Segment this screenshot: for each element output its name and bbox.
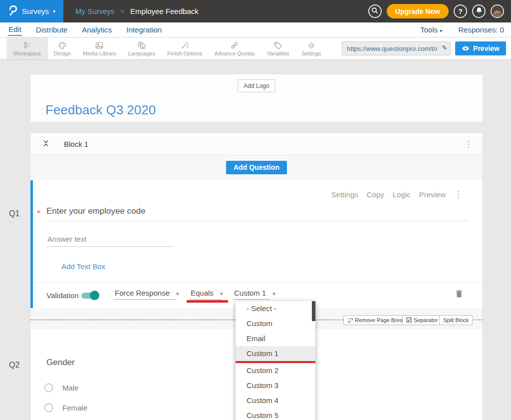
palette-icon: [58, 41, 67, 50]
workspace-icon: [22, 41, 31, 50]
force-response-select[interactable]: Force Response▾: [114, 289, 176, 300]
topbar: Surveys ▾ My Surveys > Employee Feedback…: [0, 0, 511, 22]
radio-option-male[interactable]: Male: [44, 384, 79, 392]
checked-checkbox-icon: [406, 317, 412, 324]
toolbar-right: ✎ Preview: [342, 37, 511, 59]
toggle-knob: [90, 291, 99, 300]
search-button[interactable]: [368, 4, 382, 18]
answer-text-input[interactable]: [46, 233, 174, 247]
dropdown-option-email[interactable]: Email: [236, 331, 315, 346]
breadcrumb-separator: >: [120, 7, 124, 15]
radio-option-female[interactable]: Female: [44, 404, 87, 412]
question-2-text[interactable]: Gender: [46, 358, 75, 368]
survey-header-card: Add Logo Feedback Q3 2020: [30, 74, 483, 122]
separator-button[interactable]: Separator: [402, 315, 442, 325]
block-title[interactable]: Block 1: [64, 140, 88, 148]
collapse-block-icon[interactable]: [42, 139, 49, 149]
topbar-actions: Upgrade Now ?: [368, 4, 511, 18]
question-copy-link[interactable]: Copy: [367, 190, 384, 199]
toolbar-item-variables[interactable]: Variables: [261, 37, 295, 59]
add-text-box-link[interactable]: Add Text Box: [61, 262, 105, 271]
preview-button[interactable]: Preview: [455, 41, 506, 55]
breadcrumb: My Surveys > Employee Feedback: [75, 7, 199, 15]
chevron-down-icon: ▾: [53, 8, 55, 14]
product-menu-label: Surveys: [22, 7, 49, 15]
operator-select[interactable]: Equals▾: [190, 289, 222, 300]
question-actions: Settings Copy Logic Preview ⋮: [331, 190, 463, 199]
image-icon: [95, 41, 104, 50]
questionpro-logo-icon: [8, 4, 18, 18]
tag-icon: [273, 41, 282, 50]
toolbar-item-workspace[interactable]: Workspace: [6, 37, 48, 59]
remove-page-break-button[interactable]: Remove Page Break: [343, 315, 410, 325]
survey-url-box: ✎: [342, 41, 451, 55]
block-header: Block 1 ⋮: [30, 133, 483, 155]
eye-icon: [462, 44, 470, 52]
add-question-button[interactable]: Add Question: [226, 161, 287, 174]
validation-label: Validation: [46, 291, 79, 300]
responses-count[interactable]: Responses: 0: [458, 25, 504, 34]
tools-menu[interactable]: Tools▾: [420, 25, 442, 34]
validation-value-select[interactable]: Custom 1▾: [233, 289, 270, 300]
product-switcher[interactable]: Surveys ▾: [0, 0, 63, 22]
tab-distribute[interactable]: Distribute: [35, 24, 68, 35]
q2-gutter-label: Q2: [9, 361, 19, 370]
toolbar-item-design[interactable]: Design: [48, 37, 77, 59]
validation-value-dropdown: - Select - Custom Email Custom 1 Custom …: [236, 301, 315, 420]
add-logo-button[interactable]: Add Logo: [238, 79, 275, 92]
delete-validation-button[interactable]: [456, 290, 463, 300]
tab-integration[interactable]: Integration: [126, 24, 162, 35]
question-preview-link[interactable]: Preview: [419, 190, 446, 199]
toolbar-item-advance-quotas[interactable]: Advance Quotas: [208, 37, 260, 59]
add-question-row: Add Question: [30, 155, 483, 179]
toolbar-item-finish-options[interactable]: Finish Options: [161, 37, 208, 59]
survey-title[interactable]: Feedback Q3 2020: [45, 102, 156, 118]
user-avatar[interactable]: [491, 4, 504, 18]
trash-icon: [456, 292, 463, 300]
upgrade-now-button[interactable]: Upgrade Now: [387, 4, 449, 18]
question-settings-link[interactable]: Settings: [331, 190, 358, 199]
gear-icon: [307, 41, 316, 50]
dropdown-option-custom-1[interactable]: Custom 1: [236, 346, 315, 361]
dropdown-option-select[interactable]: - Select -: [236, 301, 315, 316]
dropdown-option-custom-5[interactable]: Custom 5: [236, 408, 315, 420]
toolbar-item-settings[interactable]: Settings: [295, 37, 327, 59]
toolbar-item-media-library[interactable]: Media Library: [77, 37, 122, 59]
avatar-rainbow-image: [492, 5, 503, 17]
chevron-down-icon: ▾: [272, 291, 275, 297]
question-mark-icon: ?: [458, 7, 463, 15]
question-kebab-menu-icon[interactable]: ⋮: [454, 190, 463, 199]
survey-nav: Edit Distribute Analytics Integration To…: [0, 22, 511, 37]
bell-icon: [476, 7, 483, 15]
radio-circle-icon[interactable]: [44, 404, 53, 412]
validation-toggle[interactable]: [81, 293, 98, 299]
split-block-button[interactable]: Split Block: [439, 315, 473, 325]
required-asterisk: *: [37, 209, 40, 219]
question-1-text[interactable]: Enter your employee code: [46, 206, 468, 221]
survey-url-input[interactable]: [342, 41, 451, 55]
broken-link-icon: [347, 317, 353, 324]
chevron-down-icon: ▾: [440, 28, 442, 33]
toolbar-item-languages[interactable]: Languages: [122, 37, 161, 59]
notifications-button[interactable]: [472, 4, 486, 18]
radio-circle-icon[interactable]: [44, 384, 53, 392]
tab-analytics[interactable]: Analytics: [81, 24, 112, 35]
chevron-down-icon: ▾: [176, 291, 179, 297]
help-button[interactable]: ?: [454, 4, 467, 18]
nav-right: Tools▾ Responses: 0: [420, 25, 504, 34]
question-1-card: Settings Copy Logic Preview ⋮ * Enter yo…: [30, 180, 483, 308]
dropdown-option-custom-3[interactable]: Custom 3: [236, 378, 315, 393]
breadcrumb-my-surveys[interactable]: My Surveys: [75, 7, 114, 15]
edit-toolbar: Workspace Design Media Library: [0, 37, 511, 60]
edit-url-pencil-icon[interactable]: ✎: [442, 44, 447, 51]
chain-links-icon: [230, 41, 239, 50]
dropdown-option-custom-2[interactable]: Custom 2: [236, 363, 315, 378]
breadcrumb-current-survey: Employee Feedback: [130, 7, 199, 15]
dropdown-scrollbar-thumb[interactable]: [312, 301, 315, 321]
chevron-down-icon: ▾: [220, 291, 223, 297]
dropdown-option-custom-4[interactable]: Custom 4: [236, 393, 315, 408]
tab-edit[interactable]: Edit: [8, 23, 22, 36]
question-logic-link[interactable]: Logic: [393, 190, 411, 199]
block-kebab-menu-icon[interactable]: ⋮: [464, 140, 473, 148]
dropdown-option-custom[interactable]: Custom: [236, 316, 315, 331]
